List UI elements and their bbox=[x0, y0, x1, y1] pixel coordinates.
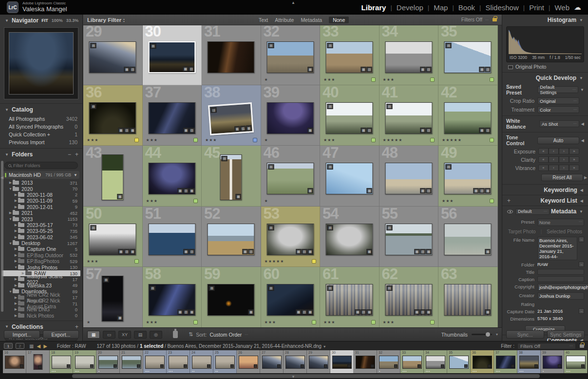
thumbnail-badge-icon[interactable]: ▤ bbox=[386, 104, 392, 109]
disclosure-triangle-icon[interactable]: ▶ bbox=[14, 205, 18, 209]
color-label-chip[interactable] bbox=[253, 138, 257, 142]
badge-icon[interactable]: ▨ bbox=[367, 67, 372, 72]
badge-icon[interactable]: ▦ bbox=[124, 67, 130, 72]
filmstrip-thumb-28[interactable]: 28 bbox=[284, 350, 307, 373]
badge-icon[interactable]: ▨ bbox=[420, 309, 425, 315]
main-window-button[interactable]: 1 bbox=[4, 343, 13, 349]
photo-thumbnail[interactable]: ▤▦▨ bbox=[326, 102, 373, 134]
filmstrip-photo[interactable] bbox=[426, 356, 445, 369]
histogram-panel[interactable]: ISO 3200 35 mm f / 1.8 1/50 sec bbox=[506, 26, 584, 62]
badge-icon[interactable]: ▨ bbox=[248, 249, 254, 254]
folder-2023-06-02[interactable]: ▶2023-06-02345 bbox=[0, 234, 82, 240]
disclosure-triangle-icon[interactable]: ▶ bbox=[14, 277, 18, 281]
disclosure-triangle-icon[interactable]: ▶ bbox=[14, 229, 18, 233]
star-rating[interactable]: ★★★ bbox=[205, 138, 217, 142]
grid-cell-38[interactable]: 38▤▦▨▦★★★ bbox=[202, 85, 261, 146]
catalog-header[interactable]: ▼ Catalog bbox=[0, 103, 82, 115]
filmstrip-photo[interactable] bbox=[52, 356, 71, 369]
photo-thumbnail[interactable]: ▤▦▨▦ bbox=[89, 224, 136, 255]
folder-ep-bag-outdoor[interactable]: ▶EP.Bag.Outdoor532 bbox=[0, 252, 82, 258]
disclosure-triangle-icon[interactable]: ▶ bbox=[14, 284, 18, 287]
color-label-chip[interactable] bbox=[371, 320, 376, 324]
saved-preset-expand-icon[interactable]: ▼ bbox=[580, 88, 584, 92]
navigator-preview[interactable] bbox=[4, 27, 78, 99]
filmstrip-photo[interactable] bbox=[262, 356, 282, 369]
badge-icon[interactable]: ▨ bbox=[426, 128, 431, 133]
photo-thumbnail[interactable]: ▦▨ bbox=[208, 224, 255, 255]
filmstrip-photo[interactable] bbox=[379, 356, 398, 369]
grid-cell-46[interactable]: 46▤▦★ bbox=[261, 146, 321, 207]
badge-icon[interactable]: ▦ bbox=[426, 249, 431, 254]
badge-icon[interactable]: ▦ bbox=[177, 188, 183, 193]
badge-icon[interactable]: ▦ bbox=[118, 128, 124, 133]
badge-icon[interactable]: ▦ bbox=[183, 249, 189, 254]
photo-thumbnail[interactable]: ▦▨▦ bbox=[148, 163, 195, 194]
collapse-left-panel-arrow[interactable]: ◀ bbox=[0, 175, 3, 180]
disclosure-triangle-icon[interactable]: ▶ bbox=[14, 193, 18, 197]
grid-cell-54[interactable]: 54▤▦ bbox=[320, 207, 379, 267]
thumbnail-badge-icon[interactable]: ▤ bbox=[327, 285, 333, 291]
filmstrip-thumb-26[interactable]: 26 bbox=[237, 350, 260, 373]
folder-desktop[interactable]: ▼Desktop1267 bbox=[0, 240, 82, 246]
filmstrip-photo[interactable] bbox=[449, 356, 469, 369]
vibrance-decrease-button[interactable]: « bbox=[538, 165, 549, 171]
filmstrip-thumb-22[interactable]: 22••• bbox=[143, 350, 167, 373]
filmstrip-thumb-21[interactable]: 21 bbox=[120, 350, 143, 373]
crop-ratio-dropdown[interactable]: Original⋯ bbox=[537, 97, 579, 104]
clarity-increase-button[interactable]: › bbox=[559, 156, 569, 163]
second-window-button[interactable]: 2 bbox=[16, 343, 24, 349]
filmstrip-photo[interactable] bbox=[473, 356, 492, 369]
grid-view-button[interactable]: ▦ bbox=[87, 331, 100, 339]
photo-thumbnail[interactable]: ▤▦ bbox=[102, 276, 124, 322]
grid-cell-53[interactable]: 53▤▦▨▦★★★★★ bbox=[261, 207, 321, 267]
disclosure-triangle-icon[interactable]: ▶ bbox=[8, 181, 13, 185]
filmstrip-thumb-31[interactable]: 31 bbox=[354, 350, 377, 373]
thumbnail-badge-icon[interactable]: ▤ bbox=[150, 43, 156, 49]
zoom-options-icon[interactable]: ⇅ bbox=[82, 18, 83, 23]
grid-cell-34[interactable]: 34▦▨★★★ bbox=[379, 25, 439, 85]
color-label-chip[interactable] bbox=[490, 138, 494, 142]
photo-thumbnail[interactable]: ▤▦ bbox=[326, 224, 373, 255]
folder-new-cr2-nick-august-extra[interactable]: ▶New CR2 Nick August Extra71 bbox=[0, 301, 82, 306]
badge-icon[interactable]: ▦ bbox=[307, 309, 313, 315]
filmstrip-thumb-34[interactable]: 34••• bbox=[424, 350, 447, 373]
add-collection-button[interactable]: + bbox=[75, 323, 78, 330]
photo-thumbnail[interactable]: ▤▦ bbox=[266, 41, 314, 73]
grid-cell-57[interactable]: 57▤▦★ bbox=[83, 267, 143, 327]
photo-thumbnail[interactable] bbox=[208, 41, 255, 73]
folder-2020-12-01[interactable]: ▶2020-12-019 bbox=[0, 204, 82, 210]
badge-icon[interactable]: ▦ bbox=[367, 188, 372, 193]
color-label-chip[interactable] bbox=[134, 138, 139, 142]
cloud-sync-icon[interactable]: ☁ bbox=[574, 3, 581, 12]
filmstrip-photo[interactable] bbox=[239, 356, 258, 369]
color-label-chip[interactable] bbox=[430, 320, 435, 324]
grid-cell-56[interactable]: 56▦ bbox=[438, 207, 498, 267]
vibrance-increase-button[interactable]: › bbox=[559, 165, 569, 171]
grid-cell-29[interactable]: 29▤▦▨ bbox=[83, 25, 143, 85]
badge-icon[interactable]: ▨ bbox=[124, 249, 130, 254]
badge-icon[interactable]: ▨ bbox=[302, 249, 307, 254]
zoom-100-button[interactable]: 100% bbox=[52, 18, 63, 23]
photo-thumbnail[interactable]: ▤▦▨ bbox=[444, 41, 492, 73]
thumbnail-badge-icon[interactable]: ▤ bbox=[386, 225, 392, 230]
star-rating[interactable]: ★ bbox=[265, 138, 268, 142]
disclosure-triangle-icon[interactable]: ▶ bbox=[14, 259, 18, 263]
photo-thumbnail[interactable]: ▤▦▨ bbox=[89, 41, 136, 73]
badge-icon[interactable]: ▨ bbox=[302, 309, 307, 315]
star-rating[interactable]: ★★★ bbox=[442, 199, 454, 203]
badge-icon[interactable]: ▦ bbox=[234, 126, 240, 132]
filmstrip-thumb-23[interactable]: 23••• bbox=[167, 350, 190, 373]
filter-option-none[interactable]: None bbox=[329, 17, 349, 23]
filmstrip-photo[interactable] bbox=[566, 356, 586, 369]
folder-capture-one[interactable]: ▶Capture One5 bbox=[0, 246, 82, 252]
thumbnail-badge-icon[interactable]: ▤ bbox=[209, 285, 215, 291]
grid-cell-30[interactable]: 30▤▦▨ bbox=[143, 25, 202, 85]
star-rating[interactable]: ★★★ bbox=[323, 138, 336, 142]
collapse-right-panel-arrow[interactable]: ▶ bbox=[584, 175, 587, 180]
color-label-chip[interactable] bbox=[193, 199, 198, 203]
photo-thumbnail[interactable]: ▤▦▨▦ bbox=[208, 102, 254, 135]
disclosure-triangle-icon[interactable]: ▶ bbox=[8, 211, 13, 215]
treatment-dropdown[interactable]: Color⋯ bbox=[537, 106, 579, 113]
grid-cell-32[interactable]: 32▤▦★ bbox=[261, 25, 321, 85]
sync-settings-button[interactable]: Sync Settings bbox=[547, 330, 585, 339]
